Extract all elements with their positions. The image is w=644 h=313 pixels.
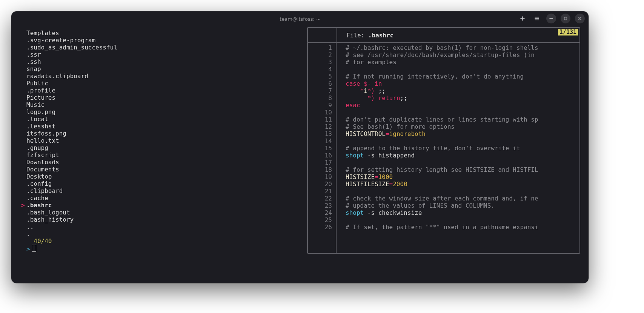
svg-rect-0 (564, 17, 567, 20)
line-number: 1 (308, 44, 332, 51)
file-list-item[interactable]: .lesshst (26, 123, 117, 130)
file-list-item[interactable]: Documents (26, 166, 117, 173)
line-number: 9 (308, 102, 332, 109)
file-list-item[interactable]: Desktop (26, 173, 117, 180)
line-number: 22 (308, 195, 332, 202)
file-list-item[interactable]: . (26, 230, 117, 237)
line-number: 3 (308, 59, 332, 66)
preview-file-prefix: File: (346, 32, 364, 39)
file-list-item[interactable]: fzfscript (26, 151, 117, 159)
preview-gutter-header (308, 28, 337, 42)
fzf-file-list[interactable]: Templates.svg-create-program.sudo_as_adm… (26, 29, 117, 253)
maximize-button[interactable] (561, 14, 570, 23)
code-line: HISTFILESIZE=2000 (346, 180, 538, 188)
file-list-item[interactable]: .sudo_as_admin_successful (26, 44, 117, 51)
line-number: 12 (308, 123, 332, 130)
file-list-item[interactable]: .clipboard (26, 187, 117, 194)
code-line: HISTCONTROL=ignoreboth (346, 130, 538, 137)
line-number: 13 (308, 130, 332, 137)
line-number: 14 (308, 137, 332, 145)
code-line (346, 137, 538, 145)
file-list-item[interactable]: snap (26, 65, 117, 72)
line-number: 17 (308, 159, 332, 166)
file-list-item[interactable]: .svg-create-program (26, 37, 117, 44)
line-number: 15 (308, 145, 332, 152)
line-number: 2 (308, 51, 332, 59)
code-line: case $- in (346, 80, 538, 87)
file-list-item[interactable]: .config (26, 180, 117, 187)
line-number: 11 (308, 116, 332, 123)
window-title: team@itsfoss: ~ (280, 16, 320, 22)
file-list-item[interactable]: logo.png (26, 108, 117, 116)
code-line: # See bash(1) for more options (346, 123, 538, 130)
line-number: 21 (308, 188, 332, 195)
line-number: 23 (308, 202, 332, 209)
file-list-item[interactable]: Pictures (26, 94, 117, 101)
file-list-item[interactable]: Templates (26, 29, 117, 37)
file-list-item[interactable]: .bash_logout (26, 209, 117, 216)
code-line: # for examples (346, 59, 538, 66)
code-line: # If not running interactively, don't do… (346, 73, 538, 80)
preview-body: 1234567891011121314151617181920212223242… (308, 43, 579, 253)
titlebar[interactable]: team@itsfoss: ~ (11, 11, 589, 26)
file-list-item[interactable]: .gnupg (26, 144, 117, 151)
file-list-item[interactable]: .bash_history (26, 216, 117, 223)
code-line: HISTSIZE=1000 (346, 173, 538, 180)
file-list-item[interactable]: .cache (26, 194, 117, 202)
file-list-item[interactable]: rawdata.clipboard (26, 72, 117, 80)
menu-button[interactable] (532, 14, 542, 23)
code-line: esac (346, 102, 538, 109)
line-number: 19 (308, 173, 332, 180)
line-number: 26 (308, 224, 332, 231)
line-number: 20 (308, 180, 332, 188)
fzf-preview-pane: 1/131 File: .bashrc 12345678910111213141… (307, 27, 580, 254)
file-list-item[interactable]: itsfoss.png (26, 130, 117, 137)
line-number: 6 (308, 80, 332, 87)
file-list-item[interactable]: .local (26, 116, 117, 123)
file-list-item[interactable]: .ssh (26, 58, 117, 65)
file-list-item[interactable]: .. (26, 223, 117, 230)
code-line: # don't put duplicate lines or lines sta… (346, 116, 538, 123)
fzf-prompt[interactable]: > (26, 245, 117, 253)
code-line (346, 188, 538, 195)
preview-file-label: File: .bashrc (346, 32, 393, 39)
close-button[interactable] (575, 14, 585, 23)
code-line (346, 66, 538, 73)
code-line: shopt -s histappend (346, 152, 538, 159)
code-line: shopt -s checkwinsize (346, 209, 538, 216)
new-tab-button[interactable] (518, 14, 527, 23)
preview-code: # ~/.bashrc: executed by bash(1) for non… (337, 43, 538, 253)
file-list-item[interactable]: .ssr (26, 51, 117, 58)
line-number: 16 (308, 152, 332, 159)
preview-header: File: .bashrc (308, 28, 579, 43)
preview-file-name: .bashrc (368, 32, 393, 39)
file-list-item[interactable]: hello.txt (26, 137, 117, 144)
line-number: 5 (308, 73, 332, 80)
line-number: 18 (308, 166, 332, 173)
file-list-item[interactable]: Music (26, 101, 117, 108)
line-number: 10 (308, 109, 332, 116)
code-line: # ~/.bashrc: executed by bash(1) for non… (346, 44, 538, 51)
file-list-item[interactable]: >.bashrc (26, 202, 117, 209)
code-line: *) return;; (346, 94, 538, 102)
code-line (346, 216, 538, 224)
code-line: # see /usr/share/doc/bash/examples/start… (346, 51, 538, 59)
selection-marker-icon: > (21, 202, 25, 209)
code-line (346, 109, 538, 116)
file-list-item[interactable]: Downloads (26, 159, 117, 166)
code-line: # check the window size after each comma… (346, 195, 538, 202)
code-line: # for setting history length see HISTSIZ… (346, 166, 538, 173)
preview-position-badge: 1/131 (558, 29, 578, 35)
line-number: 7 (308, 87, 332, 94)
terminal-body[interactable]: Templates.svg-create-program.sudo_as_adm… (11, 26, 589, 283)
minimize-button[interactable] (546, 14, 556, 23)
line-number: 8 (308, 94, 332, 102)
file-list-item[interactable]: Public (26, 80, 117, 87)
preview-line-numbers: 1234567891011121314151617181920212223242… (308, 43, 337, 253)
line-number: 4 (308, 66, 332, 73)
line-number: 24 (308, 209, 332, 216)
terminal-window: team@itsfoss: ~ Templates.svg-create-pro… (11, 11, 589, 283)
file-list-item[interactable]: .profile (26, 87, 117, 94)
code-line: # If set, the pattern "**" used in a pat… (346, 224, 538, 231)
code-line: # update the values of LINES and COLUMNS… (346, 202, 538, 209)
